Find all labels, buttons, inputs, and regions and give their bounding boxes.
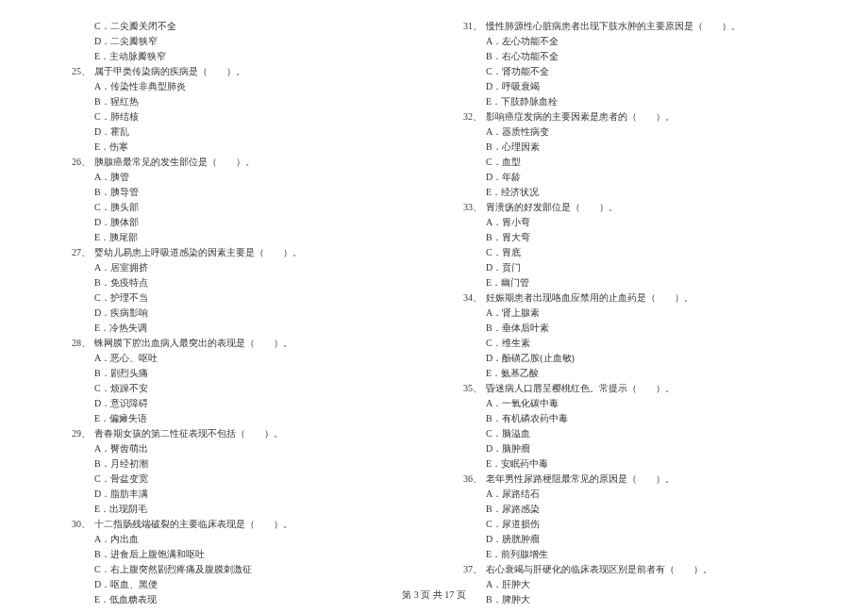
option: E．出现阴毛 — [57, 502, 420, 517]
option: A．器质性病变 — [448, 124, 811, 140]
q-stem: 妊娠期患者出现咯血应禁用的止血药是（ ）。 — [486, 292, 693, 303]
q-stem: 青春期女孩的第二性征表现不包括（ ）。 — [94, 428, 283, 439]
page-content: C．二尖瓣关闭不全 D．二尖瓣狭窄 E．主动脉瓣狭窄 25、属于甲类传染病的疾病… — [0, 19, 868, 607]
option: C．胃底 — [448, 245, 811, 260]
option: B．心理因素 — [448, 140, 811, 155]
option: C．肺结核 — [57, 109, 420, 124]
option: D．酚磺乙胺(止血敏) — [448, 351, 811, 366]
option: E．胰尾部 — [57, 230, 420, 245]
q-stem: 十二指肠残端破裂的主要临床表现是（ ）。 — [94, 519, 292, 529]
option: E．主动脉瓣狭窄 — [57, 49, 420, 64]
question: 35、昏迷病人口唇呈樱桃红色。常提示（ ）。 — [448, 381, 811, 396]
q-number: 36、 — [448, 472, 486, 487]
option: C．二尖瓣关闭不全 — [57, 19, 420, 34]
option: A．胰管 — [57, 170, 420, 185]
option: B．尿路感染 — [448, 502, 811, 517]
question: 36、老年男性尿路梗阻最常见的原因是（ ）。 — [448, 472, 811, 487]
question: 28、蛛网膜下腔出血病人最突出的表现是（ ）。 — [57, 336, 420, 351]
q-number: 33、 — [448, 200, 486, 215]
question: 25、属于甲类传染病的疾病是（ ）。 — [57, 64, 420, 79]
left-column: C．二尖瓣关闭不全 D．二尖瓣狭窄 E．主动脉瓣狭窄 25、属于甲类传染病的疾病… — [57, 19, 434, 607]
q-number: 30、 — [57, 517, 94, 532]
option: A．内出血 — [57, 532, 420, 547]
q-stem: 影响癌症发病的主要因素是患者的（ ）。 — [486, 111, 675, 122]
option: B．剧烈头痛 — [57, 366, 420, 381]
option: D．胰体部 — [57, 215, 420, 230]
option: C．尿道损伤 — [448, 517, 811, 532]
option: B．垂体后叶素 — [448, 321, 811, 336]
question: 31、慢性肺源性心脏病患者出现下肢水肿的主要原因是（ ）。 — [448, 19, 811, 34]
option: E．下肢静脉血栓 — [448, 94, 811, 109]
option: B．月经初潮 — [57, 456, 420, 472]
q-stem: 昏迷病人口唇呈樱桃红色。常提示（ ）。 — [486, 383, 675, 393]
option: C．脑溢血 — [448, 426, 811, 441]
option: D．霍乱 — [57, 124, 420, 140]
question: 26、胰腺癌最常见的发生部位是（ ）。 — [57, 155, 420, 170]
option: B．胃大弯 — [448, 230, 811, 245]
option: A．一氧化碳中毒 — [448, 396, 811, 411]
option: D．疾病影响 — [57, 306, 420, 321]
q-stem: 胰腺癌最常见的发生部位是（ ）。 — [94, 157, 255, 167]
option: A．臀齿萌出 — [57, 441, 420, 456]
question: 32、影响癌症发病的主要因素是患者的（ ）。 — [448, 109, 811, 124]
option: C．肾功能不全 — [448, 64, 811, 79]
option: B．进食后上腹饱满和呕吐 — [57, 547, 420, 562]
question: 34、妊娠期患者出现咯血应禁用的止血药是（ ）。 — [448, 290, 811, 306]
page-footer: 第 3 页 共 17 页 — [0, 588, 868, 602]
q-number: 27、 — [57, 245, 94, 260]
option: E．幽门管 — [448, 275, 811, 290]
question: 29、青春期女孩的第二性征表现不包括（ ）。 — [57, 426, 420, 441]
option: C．胰头部 — [57, 200, 420, 215]
option: E．经济状况 — [448, 185, 811, 200]
option: E．安眠药中毒 — [448, 456, 811, 472]
option: C．右上腹突然剧烈疼痛及腹膜刺激征 — [57, 562, 420, 577]
option: E．冷热失调 — [57, 321, 420, 336]
option: D．意识障碍 — [57, 396, 420, 411]
q-stem: 胃溃疡的好发部位是（ ）。 — [486, 202, 618, 212]
question: 27、婴幼儿易患上呼吸道感染的因素主要是（ ）。 — [57, 245, 420, 260]
option: B．猩红热 — [57, 94, 420, 109]
option: E．偏瘫失语 — [57, 411, 420, 426]
option: C．护理不当 — [57, 290, 420, 306]
option: D．脂肪丰满 — [57, 487, 420, 502]
q-number: 26、 — [57, 155, 94, 170]
option: C．烦躁不安 — [57, 381, 420, 396]
option: E．氨基乙酸 — [448, 366, 811, 381]
option: E．伤寒 — [57, 140, 420, 155]
option: B．免疫特点 — [57, 275, 420, 290]
q-stem: 老年男性尿路梗阻最常见的原因是（ ）。 — [486, 473, 675, 484]
option: D．二尖瓣狭窄 — [57, 34, 420, 49]
option: B．右心功能不全 — [448, 49, 811, 64]
option: C．血型 — [448, 155, 811, 170]
q-number: 34、 — [448, 290, 486, 306]
option: E．前列腺增生 — [448, 547, 811, 562]
option: C．骨盆变宽 — [57, 472, 420, 487]
option: A．尿路结石 — [448, 487, 811, 502]
option: A．传染性非典型肺炎 — [57, 79, 420, 94]
option: A．恶心、呕吐 — [57, 351, 420, 366]
q-stem: 蛛网膜下腔出血病人最突出的表现是（ ）。 — [94, 338, 292, 348]
q-stem: 慢性肺源性心脏病患者出现下肢水肿的主要原因是（ ）。 — [486, 21, 741, 31]
option: A．肾上腺素 — [448, 306, 811, 321]
option: A．胃小弯 — [448, 215, 811, 230]
option: A．左心功能不全 — [448, 34, 811, 49]
q-number: 25、 — [57, 64, 94, 79]
option: B．有机磷农药中毒 — [448, 411, 811, 426]
option: A．居室拥挤 — [57, 260, 420, 275]
option: B．胰导管 — [57, 185, 420, 200]
q-number: 35、 — [448, 381, 486, 396]
q-number: 29、 — [57, 426, 94, 441]
question: 30、十二指肠残端破裂的主要临床表现是（ ）。 — [57, 517, 420, 532]
q-number: 28、 — [57, 336, 94, 351]
option: D．呼吸衰竭 — [448, 79, 811, 94]
option: C．维生素 — [448, 336, 811, 351]
option: D．膀胱肿瘤 — [448, 532, 811, 547]
q-stem: 右心衰竭与肝硬化的临床表现区别是前者有（ ）。 — [486, 564, 712, 574]
question: 33、胃溃疡的好发部位是（ ）。 — [448, 200, 811, 215]
option: D．贲门 — [448, 260, 811, 275]
q-stem: 婴幼儿易患上呼吸道感染的因素主要是（ ）。 — [94, 247, 302, 257]
right-column: 31、慢性肺源性心脏病患者出现下肢水肿的主要原因是（ ）。 A．左心功能不全 B… — [434, 19, 811, 607]
q-number: 32、 — [448, 109, 486, 124]
question: 37、右心衰竭与肝硬化的临床表现区别是前者有（ ）。 — [448, 562, 811, 577]
q-number: 37、 — [448, 562, 486, 577]
